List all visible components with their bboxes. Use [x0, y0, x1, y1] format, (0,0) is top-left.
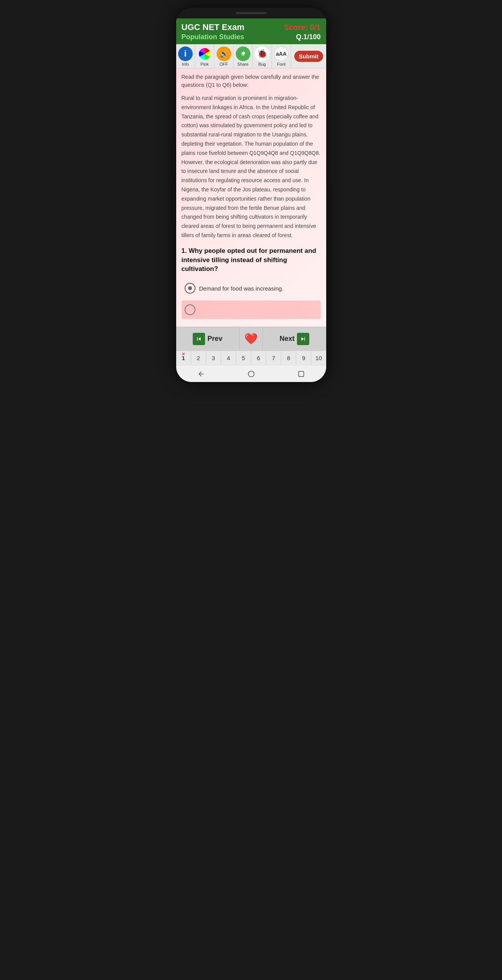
font-label: Font	[277, 62, 285, 66]
info-button[interactable]: i Info	[176, 44, 195, 68]
passage-text: Rural to rural migration is prominent in…	[182, 94, 321, 240]
recents-button[interactable]	[294, 367, 308, 381]
option-b[interactable]	[182, 301, 321, 319]
prev-button[interactable]: Prev	[176, 327, 240, 350]
app-subtitle: Population Studies	[182, 33, 244, 41]
question-number-10[interactable]: 10	[311, 351, 326, 365]
question-number-6[interactable]: 6	[251, 351, 266, 365]
navigation-bar: Prev ❤️ Next	[176, 327, 326, 350]
option-a-text: Demand for food was increasing.	[199, 285, 284, 292]
prev-icon	[193, 333, 205, 345]
status-bar	[176, 8, 326, 18]
passage-instruction: Read the paragraph given below carefully…	[182, 73, 321, 89]
next-label: Next	[280, 335, 295, 343]
android-nav-bar	[176, 365, 326, 382]
question-number-2[interactable]: 2	[191, 351, 206, 365]
info-icon: i	[178, 47, 193, 61]
app-header: UGC NET Exam Score: 0/1 Population Studi…	[176, 18, 326, 44]
next-button[interactable]: Next	[263, 327, 326, 350]
bug-label: Bug	[259, 62, 266, 66]
prev-label: Prev	[207, 335, 222, 343]
bug-button[interactable]: 🐞 Bug	[253, 44, 272, 68]
notch	[236, 12, 267, 14]
pink-button[interactable]: Pink	[195, 44, 214, 68]
app-container: UGC NET Exam Score: 0/1 Population Studi…	[176, 18, 326, 382]
question-number-3[interactable]: 3	[206, 351, 221, 365]
share-icon	[236, 47, 250, 61]
content-area: Read the paragraph given below carefully…	[176, 68, 326, 327]
pink-label: Pink	[200, 62, 208, 66]
question-number-1[interactable]: ✕1	[176, 351, 191, 365]
radio-a	[185, 283, 195, 294]
toolbar: i Info Pink 🔊 OFF Share	[176, 44, 326, 68]
share-label: Share	[237, 62, 248, 66]
next-icon	[297, 333, 309, 345]
submit-all-button[interactable]: Submit	[291, 44, 326, 68]
pink-icon	[197, 47, 212, 61]
home-button[interactable]	[244, 367, 258, 381]
score-display: Score: 0/1	[284, 23, 321, 32]
sound-icon: 🔊	[217, 47, 231, 61]
radio-b	[185, 304, 195, 315]
question-number-7[interactable]: 7	[266, 351, 281, 365]
sound-button[interactable]: 🔊 OFF	[214, 44, 233, 68]
svg-point-0	[248, 371, 254, 377]
question-num-display: Q.1/100	[296, 33, 320, 41]
bug-icon: 🐞	[255, 47, 269, 61]
question-number-bar: ✕12345678910	[176, 350, 326, 365]
option-a[interactable]: Demand for food was increasing.	[182, 279, 321, 297]
favorite-button[interactable]: ❤️	[240, 327, 263, 350]
sound-label: OFF	[220, 62, 228, 66]
font-icon: aAA	[274, 47, 289, 61]
share-button[interactable]: Share	[233, 44, 253, 68]
app-title: UGC NET Exam	[182, 22, 245, 32]
question-number-8[interactable]: 8	[281, 351, 296, 365]
phone-frame: UGC NET Exam Score: 0/1 Population Studi…	[176, 8, 326, 382]
font-button[interactable]: aAA Font	[272, 44, 291, 68]
question-number-4[interactable]: 4	[221, 351, 236, 365]
svg-rect-1	[299, 371, 304, 376]
question-text: 1. Why people opted out for permanent an…	[182, 246, 321, 274]
info-label: Info	[182, 62, 189, 66]
question-number-9[interactable]: 9	[296, 351, 311, 365]
back-button[interactable]	[194, 367, 208, 381]
heart-icon: ❤️	[244, 332, 258, 345]
radio-inner-a	[188, 286, 192, 290]
question-number-5[interactable]: 5	[236, 351, 251, 365]
submit-button[interactable]: Submit	[294, 51, 323, 62]
